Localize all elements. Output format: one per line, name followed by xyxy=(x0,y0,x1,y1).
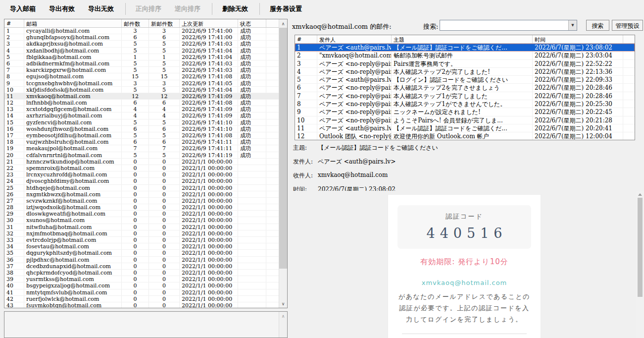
table-row[interactable]: 41nmtytqmfsvlub@hotmail.com002022/1/1 00… xyxy=(4,289,279,296)
table-row[interactable]: 33evtrcdolrjp@hotmail.com002022/1/1 00:0… xyxy=(4,237,279,243)
scroll-up-arrow-icon[interactable] xyxy=(636,191,644,198)
preview-scrollbar[interactable] xyxy=(636,191,644,338)
table-row[interactable]: 21hznnczwtkundiop@hotmail.com002022/1/1 … xyxy=(4,159,279,165)
table-row[interactable]: 8ペアーズ <no-reply@pairs.lv>本人確認ステップ1ができません… xyxy=(295,100,635,108)
scrollbar-thumb[interactable] xyxy=(638,198,643,297)
table-row[interactable]: 26nxgmtkbwzx@hotmail.com002022/1/1 00:00… xyxy=(4,191,279,198)
row-filler xyxy=(266,48,279,54)
table-row[interactable]: 12Outlook 团队 <no-reply@mi...欢迎使用你的新 Outl… xyxy=(295,132,635,140)
table-row[interactable]: 5ペアーズ <auth@pairs.lv>【ログイン】認証コードをご確認ください… xyxy=(295,76,635,84)
manage-presets-button[interactable]: 管理预设 xyxy=(612,20,643,31)
scrollbar-thumb[interactable] xyxy=(279,28,287,269)
new-mail-count: 0 xyxy=(149,224,180,230)
table-row[interactable]: 17eymbeosotjfdlhu@hotmail.com552022/6/9 … xyxy=(4,132,279,139)
table-row[interactable]: 9ペアーズ <no-reply@pairs.lv>ニックネームが設定されました!… xyxy=(295,108,635,116)
table-row[interactable]: 35dqgurykphltszdy@hotmail.com002022/1/1 … xyxy=(4,250,279,256)
table-row[interactable]: 3ペアーズ <no-reply@pairs.lv>Pairs運営事務局です。20… xyxy=(295,60,635,68)
column-header[interactable]: 邮件数 xyxy=(122,19,149,27)
column-header[interactable]: 状态 xyxy=(238,19,266,27)
table-row[interactable]: 11xmvkaoq@hotmail.com12122022/6/9 17:41:… xyxy=(4,93,279,100)
search-dropdown-arrow-icon[interactable]: ▼ xyxy=(568,20,577,30)
export-valid-button[interactable]: 导出有效 xyxy=(43,1,81,17)
email-address: fblgikkaa@hotmail.com xyxy=(24,54,122,60)
server-settings-button[interactable]: 服务器设置 xyxy=(264,1,308,17)
row-index: 34 xyxy=(4,243,24,249)
table-row[interactable]: 27scvzwkznkf@hotmail.com002022/1/1 00:00… xyxy=(4,198,279,204)
last-updated: 2022/1/1 00:00:00 xyxy=(180,171,238,177)
table-row[interactable]: 10ペアーズ <no-reply@pairs.lv>ようこそPairsへ! 会員… xyxy=(295,116,635,124)
table-row[interactable]: 7ペアーズ <no-reply@pairs.lv>本人確認ステップ1が完了しまし… xyxy=(295,92,635,100)
table-row[interactable]: 4ペアーズ <no-reply@pairs.lv>本人確認ステップ2が完了しまし… xyxy=(295,68,635,76)
table-row[interactable]: 12lnfhnbb@hotmail.com662022/6/9 17:41:08… xyxy=(4,100,279,106)
column-header[interactable]: 发件人 xyxy=(317,35,392,43)
table-row[interactable]: 31nitwfluha@hotmail.com002022/1/1 00:00:… xyxy=(4,224,279,230)
time: 2022/6/7(星期二) 22:09:33 xyxy=(533,76,623,83)
table-row[interactable]: 14axrhzrialbuyj@hotmail.com442022/6/9 17… xyxy=(4,113,279,119)
sort-ascending-button[interactable]: 正向排序 xyxy=(130,1,167,17)
mail-count: 0 xyxy=(122,243,149,249)
column-header[interactable]: # xyxy=(295,35,317,43)
table-row[interactable]: 16woshdunjfhwoz@hotmail.com662022/6/9 17… xyxy=(4,126,279,132)
table-row[interactable]: 22spemnroix@hotmail.com002022/1/1 00:00:… xyxy=(4,165,279,171)
table-row[interactable]: 38qhcpkrmdofcyod@hotmail.com002022/1/1 0… xyxy=(4,270,279,276)
table-row[interactable]: 15gyzfencvi@hotmail.com552022/6/9 17:41:… xyxy=(4,119,279,126)
scroll-up-arrow-icon[interactable]: ∧ xyxy=(279,19,287,28)
table-row[interactable]: 32nxjmfmotbmaq@hotmail.com002022/1/1 00:… xyxy=(4,230,279,237)
table-row[interactable]: 24djvoscghbfdimy@hotmail.com002022/1/1 0… xyxy=(4,178,279,184)
table-row[interactable]: 42ruerfjolwlck@hotmail.com002022/1/1 00:… xyxy=(4,296,279,302)
table-row[interactable]: 34fosevtau@hotmail.com002022/1/1 00:00:0… xyxy=(4,243,279,250)
table-row[interactable]: 11ペアーズ <auth@pairs.lv>【メール認証】認証コードをご確認くだ… xyxy=(295,124,635,132)
scroll-up-arrow-icon[interactable]: ∧ xyxy=(279,312,287,320)
column-header[interactable]: 主题 xyxy=(392,35,533,43)
table-row[interactable]: 29dloswkgweatfi@hotmail.com002022/1/1 00… xyxy=(4,211,279,217)
email-address: evtrcdolrjp@hotmail.com xyxy=(24,237,122,243)
table-row[interactable]: 39yusrmtkss@hotmail.com002022/1/1 00:00:… xyxy=(4,276,279,282)
table-row[interactable]: 23lrcnxycuzhrofd@hotmail.com002022/1/1 0… xyxy=(4,171,279,178)
table-row[interactable]: 6adbikdnermkfm@hotmail.com552022/6/9 17:… xyxy=(4,60,279,67)
table-row[interactable]: 4xzdanlbodhj@hotmail.com552022/6/9 17:41… xyxy=(4,48,279,54)
search-combobox[interactable]: ▼ xyxy=(440,20,577,31)
table-row[interactable]: 1ペアーズ <auth@pairs.lv>【メール認証】認証コードをご確認くだ.… xyxy=(295,44,635,52)
search-button[interactable]: 搜索 xyxy=(586,20,609,31)
table-row[interactable]: 5fblgikkaa@hotmail.com112022/6/9 17:41:0… xyxy=(4,54,279,60)
column-header[interactable]: # xyxy=(4,19,24,27)
column-header[interactable]: 邮箱 xyxy=(24,19,122,27)
new-mail-count: 3 xyxy=(149,28,180,34)
mailbox-table-scrollbar[interactable]: ∧ ∨ xyxy=(279,19,287,308)
row-index: 36 xyxy=(4,257,24,263)
row-index: 9 xyxy=(295,108,317,115)
table-row[interactable]: 30xsunos@hotmail.com002022/1/1 00:00:00 xyxy=(4,217,279,224)
table-row[interactable]: 19meakaujpol@hotmail.com772022/6/9 17:41… xyxy=(4,145,279,152)
column-header[interactable]: 时间 xyxy=(533,35,623,43)
scroll-down-arrow-icon[interactable]: ∨ xyxy=(279,299,287,308)
table-row[interactable]: 9tccgnxebghwbhv@hotmail.com332022/6/9 17… xyxy=(4,80,279,87)
table-row[interactable]: 6ペアーズ <no-reply@pairs.lv>本人確認ステップ2を完了させま… xyxy=(295,84,635,92)
column-header[interactable]: 新邮件数 xyxy=(149,19,180,27)
sort-descending-button[interactable]: 逆向排序 xyxy=(169,1,206,17)
table-row[interactable]: 37dcedbzdunapxid@hotmail.com002022/1/1 0… xyxy=(4,263,279,270)
table-row[interactable]: 13xcxtotdgqflgcem@hotmail.com442022/6/9 … xyxy=(4,106,279,113)
table-row[interactable]: 2"xmvkaoq@hotmail.com" <xm...畅邮添加帐号测试邮件2… xyxy=(295,52,635,59)
table-row[interactable]: 25htdhqeje@hotmail.com002022/1/1 00:00:0… xyxy=(4,185,279,191)
export-invalid-button[interactable]: 导出无效 xyxy=(82,1,120,17)
column-header[interactable]: 上次更新 xyxy=(180,19,238,27)
table-row[interactable]: 3akdkaprjbxsu@hotmail.com552022/6/9 17:4… xyxy=(4,41,279,47)
last-updated: 2022/6/9 17:41:09 xyxy=(180,93,238,99)
table-row[interactable]: 1cycayalli@hotmail.com332022/6/9 17:41:0… xyxy=(4,28,279,34)
table-row[interactable]: 20cdfalvnrnrtnl@hotmail.com552022/6/9 17… xyxy=(4,152,279,159)
table-row[interactable]: 43fsuvmkobtqn@hotmail.com002022/1/1 00:0… xyxy=(4,302,279,308)
table-row[interactable]: 40bsgypeigxzaljog@hotmail.com002022/1/1 … xyxy=(4,282,279,289)
table-row[interactable]: 10xkfjdisfdofssk@hotmail.com552022/6/9 1… xyxy=(4,87,279,93)
last-updated: 2022/1/1 00:00:00 xyxy=(180,282,238,288)
log-box-scrollbar[interactable]: ∧ xyxy=(279,312,287,338)
table-row[interactable]: 36pjlpdhxc@hotmail.com002022/1/1 00:00:0… xyxy=(4,257,279,263)
search-input[interactable] xyxy=(440,20,568,30)
table-row[interactable]: 8egujso@hotmail.com15152022/6/9 17:41:08… xyxy=(4,73,279,80)
table-row[interactable]: 2ghunqlbfapsoyx@hotmail.com662022/6/9 17… xyxy=(4,34,279,41)
email-address: dcedbzdunapxid@hotmail.com xyxy=(24,263,122,269)
import-mailbox-button[interactable]: 导入邮箱 xyxy=(4,1,42,17)
table-row[interactable]: 18vuzjwzhbslruhc@hotmail.com662022/6/9 1… xyxy=(4,139,279,145)
delete-invalid-button[interactable]: 删除无效 xyxy=(216,1,254,17)
table-row[interactable]: 7ksarckizpgxrw@hotmail.com552022/6/9 17:… xyxy=(4,67,279,73)
table-row[interactable]: 28iztjwqodxoik@hotmail.com002022/1/1 00:… xyxy=(4,204,279,211)
